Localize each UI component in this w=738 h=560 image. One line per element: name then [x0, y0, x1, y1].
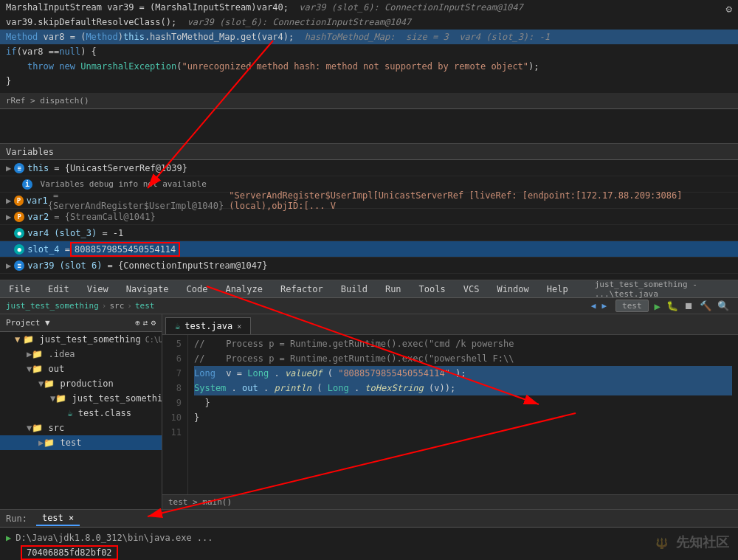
var-row-var4[interactable]: ▶ ● var4 (slot_3) = -1 — [0, 225, 738, 241]
stop-button[interactable]: ⏹ — [684, 300, 694, 311]
tree-settings-icon[interactable]: ⚙ — [151, 318, 156, 328]
tree-item-idea[interactable]: ▶ 📁 .idea — [0, 347, 162, 362]
var-row-var39[interactable]: ▶ ≡ var39 (slot 6) = {ConnectionInputStr… — [0, 257, 738, 274]
tree-item-src[interactable]: ▼ 📁 src — [0, 421, 162, 435]
menu-window[interactable]: Window — [494, 283, 531, 296]
editor-line-10: } — [194, 410, 732, 425]
var-icon-var39: ≡ — [14, 260, 24, 271]
tree-item-root[interactable]: ▼ 📁 just_test_something C:\Users\lala\Id… — [0, 332, 162, 347]
menu-view[interactable]: View — [84, 283, 111, 296]
path-src[interactable]: src — [109, 301, 124, 311]
tab-test-java[interactable]: ☕ test.java × — [165, 317, 251, 334]
menu-tools[interactable]: Tools — [416, 283, 449, 296]
editor-line-11 — [194, 425, 732, 440]
code-editor: ☕ test.java × 5 6 7 8 9 10 11 // Process… — [162, 314, 738, 509]
variables-header: Variables — [0, 144, 738, 160]
var-row-var1[interactable]: ▶ P var1 = {ServerAndRegister$UserImpl@1… — [0, 193, 738, 209]
tree-header: Project ▼ ⊕ ⇄ ⚙ — [0, 314, 162, 332]
menu-help[interactable]: Help — [544, 283, 571, 296]
run-content: ▶ D:\Java\jdk1.8.0_312\bin\java.exe ... … — [0, 528, 738, 560]
path-bar: just_test_something › src › test ◀ ▶ tes… — [0, 298, 738, 314]
var-icon-var2: P — [14, 212, 24, 222]
expand-arrow-var1[interactable]: ▶ — [6, 196, 11, 206]
file-tree: Project ▼ ⊕ ⇄ ⚙ ▼ 📁 just_test_something … — [0, 314, 162, 509]
debug-button[interactable]: 🐛 — [666, 300, 678, 311]
menu-vcs[interactable]: VCS — [461, 283, 483, 296]
watermark: 🔱 先知社区 — [655, 533, 729, 551]
run-button[interactable]: ▶ — [655, 300, 661, 312]
run-tab-test[interactable]: test × — [36, 511, 80, 526]
var-icon-var4: ● — [14, 228, 24, 238]
menu-file[interactable]: File — [6, 283, 33, 296]
info-icon: i — [22, 179, 32, 190]
expand-arrow-var2[interactable]: ▶ — [6, 212, 11, 222]
nav-back-icon[interactable]: ◀ — [591, 301, 596, 311]
debug-line-6: } — [0, 74, 738, 89]
editor-line-9: } — [194, 395, 732, 410]
expand-arrow-this[interactable]: ▶ — [6, 163, 11, 173]
run-line-output: 70406885fd82bf02 — [6, 545, 732, 560]
debugger-breadcrumb: rRef > dispatch() — [0, 93, 738, 109]
debug-line-3: Method var8 = ( Method ) this .hashToMet… — [0, 30, 738, 44]
var-row-this[interactable]: ▶ ≡ this = {UnicastServerRef@1039} — [0, 160, 738, 176]
line-numbers: 5 6 7 8 9 10 11 — [162, 335, 188, 494]
run-label: Run: — [6, 514, 27, 524]
project-title-label: just_test_something - ...\test.java — [595, 280, 732, 299]
menu-build[interactable]: Build — [338, 283, 370, 296]
menu-refactor[interactable]: Refactor — [277, 283, 326, 296]
debug-line-1: MarshalInputStream var39 = (MarshalInput… — [0, 0, 738, 15]
var-row-slot4[interactable]: ▶ ● slot_4 = 8088579855450554114 — [0, 241, 738, 257]
tree-item-out[interactable]: ▼ 📁 out — [0, 362, 162, 376]
var-icon-var1: P — [14, 196, 24, 206]
code-area[interactable]: // Process p = Runtime.getRuntime().exec… — [188, 335, 738, 494]
slot4-value-redbox: 8088579855450554114 — [70, 242, 180, 257]
settings-icon[interactable]: ⚙ — [726, 3, 732, 15]
run-play-icon: ▶ — [6, 533, 11, 543]
run-panel: Run: test × ▶ D:\Java\jdk1.8.0_312\bin\j… — [0, 509, 738, 560]
run-line-1: ▶ D:\Java\jdk1.8.0_312\bin\java.exe ... — [6, 530, 732, 545]
var-icon-this: ≡ — [14, 163, 24, 173]
tree-item-production[interactable]: ▼ 📁 production — [0, 376, 162, 391]
menu-navigate[interactable]: Navigate — [123, 283, 172, 296]
editor-line-8: System . out . println ( Long . toHexStr… — [194, 381, 732, 395]
split-container: Project ▼ ⊕ ⇄ ⚙ ▼ 📁 just_test_something … — [0, 314, 738, 509]
tree-item-test-class[interactable]: ☕ test.class — [0, 406, 162, 421]
menu-edit[interactable]: Edit — [45, 283, 72, 296]
expand-arrow-var39[interactable]: ▶ — [6, 260, 11, 271]
var-icon-slot4: ● — [14, 244, 24, 255]
debug-line-2: var39.skipDefaultResolveClass(); var39 (… — [0, 15, 738, 30]
run-header: Run: test × — [0, 510, 738, 528]
search-everywhere-btn[interactable]: 🔍 — [717, 300, 729, 311]
variables-panel: Variables ▶ ≡ this = {UnicastServerRef@1… — [0, 144, 738, 280]
editor-content: 5 6 7 8 9 10 11 // Process p = Runtime.g… — [162, 335, 738, 494]
tree-add-icon[interactable]: ⊕ — [135, 318, 140, 328]
build-button[interactable]: 🔨 — [700, 300, 711, 311]
editor-breadcrumb: test > main() — [162, 494, 738, 509]
var-row-var2[interactable]: ▶ P var2 = {StreamCall@1041} — [0, 209, 738, 225]
editor-line-7: Long v = Long . valueOf ( "8088579855450… — [194, 366, 732, 381]
run-command: D:\Java\jdk1.8.0_312\bin\java.exe ... — [15, 533, 213, 543]
run-output-redbox: 70406885fd82bf02 — [21, 545, 118, 560]
debug-line-4: if (var8 == null ) { — [0, 44, 738, 59]
root-folder-icon: ▼ — [15, 334, 20, 345]
nav-forward-icon[interactable]: ▶ — [601, 301, 607, 311]
editor-line-6: // Process p = Runtime.getRuntime().exec… — [194, 351, 732, 366]
debug-line-5: throw new UnmarshalException ( "unrecogn… — [0, 59, 738, 74]
run-config-label[interactable]: test — [615, 300, 649, 312]
debugger-panel: MarshalInputStream var39 = (MarshalInput… — [0, 0, 738, 144]
menu-code[interactable]: Code — [184, 283, 211, 296]
tree-sync-icon[interactable]: ⇄ — [143, 318, 148, 328]
tree-item-test-src[interactable]: ▶ 📁 test — [0, 435, 162, 450]
menu-run[interactable]: Run — [382, 283, 404, 296]
menu-bar: File Edit View Navigate Code Analyze Ref… — [0, 280, 738, 298]
editor-line-5: // Process p = Runtime.getRuntime().exec… — [194, 336, 732, 351]
path-root[interactable]: just_test_something — [6, 301, 99, 311]
tab-bar: ☕ test.java × — [162, 314, 738, 335]
path-test[interactable]: test — [135, 301, 155, 311]
tree-item-just-test[interactable]: ▼ 📁 just_test_something — [0, 391, 162, 406]
menu-analyze[interactable]: Analyze — [222, 283, 266, 296]
tab-close-icon[interactable]: × — [237, 322, 241, 331]
